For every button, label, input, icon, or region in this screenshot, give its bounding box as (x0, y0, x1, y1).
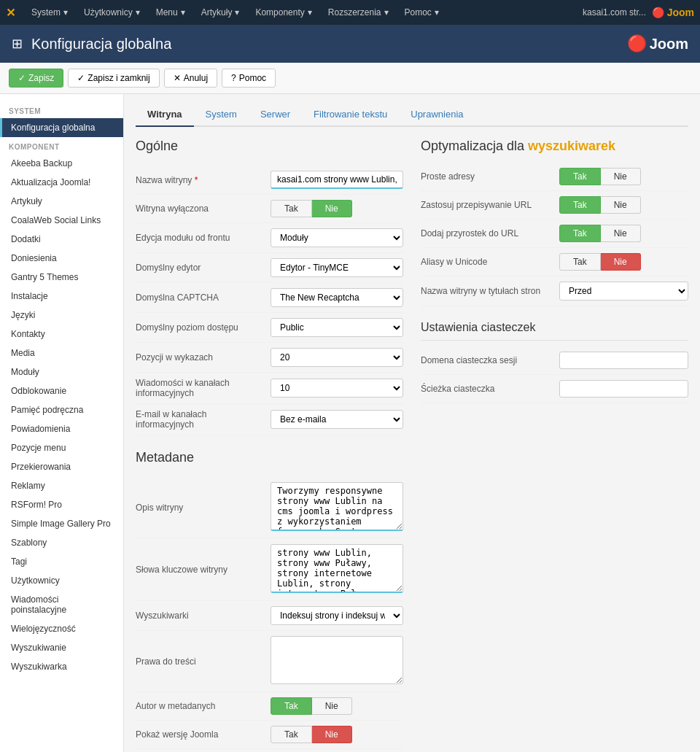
tabs-bar: Witryna System Serwer Filtrowanie tekstu… (136, 103, 688, 127)
robots-select[interactable]: Indeksuj strony i indeksuj ws... (271, 606, 403, 625)
site-offline-tak[interactable]: Tak (271, 200, 312, 217)
tab-serwer[interactable]: Serwer (249, 103, 302, 127)
sidebar-item-akeeba[interactable]: Akeeba Backup (0, 154, 123, 173)
toolbar: ✓ Zapisz ✓ Zapisz i zamknij ✕ Anuluj ? P… (0, 63, 700, 94)
tab-filtering[interactable]: Filtrowanie tekstu (302, 103, 399, 127)
url-suffix-row: Dodaj przyrostek do URL Tak Nie (421, 220, 688, 248)
feed-email-select[interactable]: Bez e-maila (271, 410, 403, 429)
site-offline-wrap: Tak Nie (271, 200, 403, 217)
sidebar-item-users[interactable]: Użytkownicy (0, 571, 123, 590)
left-column: Ogólne Nazwa witryny * Witryna wyłączona (136, 139, 403, 752)
sidebar-item-search[interactable]: Wyszukiwanie (0, 638, 123, 657)
author-meta-row: Autor w metadanych Tak Nie (136, 692, 403, 721)
sidebar-item-doniesienia[interactable]: Doniesienia (0, 249, 123, 268)
sidebar-item-coalaweb[interactable]: CoalaWeb Social Links (0, 211, 123, 230)
clean-urls-tak[interactable]: Tak (559, 168, 601, 185)
access-level-wrap: Public (271, 318, 403, 337)
sidebar-item-moduly[interactable]: Moduły (0, 363, 123, 381)
sidebar-item-instalacje[interactable]: Instalacje (0, 287, 123, 306)
robots-row: Wyszukiwarki Indeksuj strony i indeksuj … (136, 601, 403, 631)
grid-icon: ⊞ (12, 36, 23, 52)
cookie-domain-input[interactable] (559, 352, 688, 369)
joomla-x-icon[interactable]: ✕ (6, 6, 15, 20)
url-suffix-tak[interactable]: Tak (559, 225, 601, 242)
sidebar-item-articles[interactable]: Artykuły (0, 192, 123, 211)
sidebar-item-global-config[interactable]: Konfiguracja globalna (0, 118, 123, 137)
nav-components[interactable]: Komponenty ▾ (248, 4, 319, 20)
sidebar-item-templates[interactable]: Szablony (0, 533, 123, 552)
site-desc-textarea[interactable]: Tworzymy responsywne strony www Lublin n… (271, 482, 403, 531)
sidebar-item-gantry[interactable]: Gantry 5 Themes (0, 268, 123, 287)
frontend-edit-select[interactable]: Moduły (271, 228, 403, 247)
sidebar-item-messages[interactable]: Powiadomienia (0, 419, 123, 438)
tab-system[interactable]: System (194, 103, 249, 127)
nav-menu-item[interactable]: Menu ▾ (149, 4, 192, 20)
access-level-select[interactable]: Public (271, 318, 403, 337)
default-editor-label: Domyślny edytor (136, 263, 271, 273)
sidebar-item-searchbar[interactable]: Wyszukiwarka (0, 657, 123, 676)
url-suffix-nie[interactable]: Nie (601, 225, 641, 242)
general-section-title: Ogólne (136, 139, 403, 157)
page-header: ⊞ Konfiguracja globalna 🔴 Joom (0, 25, 700, 63)
sidebar-item-plugins[interactable]: Dodatki (0, 230, 123, 249)
seo-section: Optymalizacja dla wyszukiwarek Proste ad… (421, 139, 688, 306)
metadata-section-title: Metadane (136, 450, 403, 468)
default-editor-wrap: Edytor - TinyMCE (271, 258, 403, 277)
sidebar-item-media[interactable]: Media (0, 344, 123, 363)
nav-help[interactable]: Pomoc ▾ (397, 4, 446, 20)
url-rewrite-tak[interactable]: Tak (559, 196, 601, 214)
cookie-path-input[interactable] (559, 380, 688, 398)
nav-users[interactable]: Użytkownicy ▾ (77, 4, 147, 20)
site-name-input[interactable] (271, 171, 403, 189)
save-button[interactable]: ✓ Zapisz (9, 69, 63, 88)
sidebar-item-tags[interactable]: Tagi (0, 552, 123, 571)
feed-news-wrap: 10 (271, 379, 403, 398)
feed-news-select[interactable]: 10 (271, 379, 403, 398)
nav-articles[interactable]: Artykuły ▾ (194, 4, 247, 20)
unicode-alias-tak[interactable]: Tak (559, 253, 601, 271)
sidebar-item-odblokowanie[interactable]: Odblokowanie (0, 381, 123, 400)
keywords-textarea[interactable]: strony www Lublin, strony www Puławy, st… (271, 544, 403, 593)
list-length-row: Pozycji w wykazach 20 (136, 343, 403, 373)
sidebar-item-kontakty[interactable]: Kontakty (0, 325, 123, 344)
site-name-titles-select[interactable]: Przed (559, 282, 688, 301)
joomla-j-icon: 🔴 (627, 34, 647, 53)
nav-extensions[interactable]: Rozszerzenia ▾ (321, 4, 396, 20)
show-version-nie[interactable]: Nie (312, 726, 352, 743)
sidebar-item-redirects[interactable]: Przekierowania (0, 457, 123, 476)
tab-permissions[interactable]: Uprawnienia (399, 103, 475, 127)
sidebar-item-rsform[interactable]: RSForm! Pro (0, 495, 123, 514)
captcha-select[interactable]: The New Recaptcha (271, 288, 403, 307)
robots-label: Wyszukiwarki (136, 610, 271, 621)
sidebar-item-reklamy[interactable]: Reklamy (0, 476, 123, 495)
clean-urls-label: Proste adresy (421, 171, 559, 182)
sidebar-item-multilang[interactable]: Wielojęzyczność (0, 619, 123, 638)
sidebar-item-cache[interactable]: Pamięć podręczna (0, 400, 123, 419)
metadata-section: Metadane Opis witryny Tworzymy responsyw… (136, 450, 403, 749)
clean-urls-nie[interactable]: Nie (601, 168, 641, 185)
nav-system[interactable]: System ▾ (24, 4, 75, 20)
list-length-select[interactable]: 20 (271, 348, 403, 367)
sidebar-item-simple-gallery[interactable]: Simple Image Gallery Pro (0, 514, 123, 533)
site-offline-nie[interactable]: Nie (312, 200, 352, 217)
list-length-label: Pozycji w wykazach (136, 352, 271, 363)
site-desc-wrap: Tworzymy responsywne strony www Lublin n… (271, 482, 403, 533)
tab-witryna[interactable]: Witryna (136, 103, 194, 127)
author-meta-tak[interactable]: Tak (271, 697, 312, 715)
author-meta-nie[interactable]: Nie (312, 697, 352, 715)
sidebar-item-joomla-update[interactable]: Aktualizacja Joomla! (0, 173, 123, 192)
unicode-alias-nie[interactable]: Nie (601, 253, 641, 271)
sidebar-item-jezyki[interactable]: Języki (0, 306, 123, 325)
show-version-toggle: Tak Nie (271, 726, 403, 743)
sidebar-item-post-install[interactable]: Wiadomości poinstalacyjne (0, 590, 123, 619)
show-version-tak[interactable]: Tak (271, 726, 312, 743)
default-editor-select[interactable]: Edytor - TinyMCE (271, 258, 403, 277)
cookie-path-wrap (559, 380, 688, 398)
url-rewrite-nie[interactable]: Nie (601, 196, 641, 214)
rights-textarea[interactable] (271, 636, 403, 684)
cancel-button[interactable]: ✕ Anuluj (164, 69, 217, 88)
help-button[interactable]: ? Pomoc (222, 69, 276, 88)
url-rewrite-wrap: Tak Nie (559, 196, 688, 214)
save-close-button[interactable]: ✓ Zapisz i zamknij (68, 69, 159, 88)
sidebar-item-menu-positions[interactable]: Pozycje menu (0, 438, 123, 457)
